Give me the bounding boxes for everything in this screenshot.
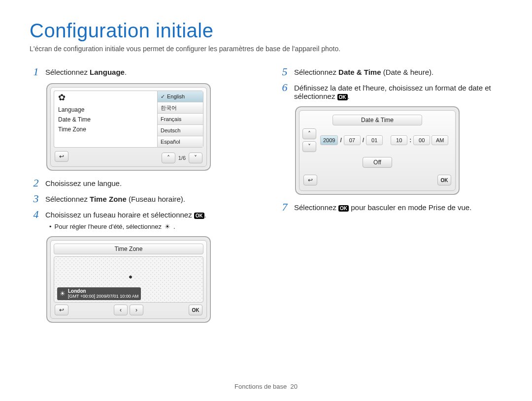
- step-4: 4 Choisissez un fuseau horaire et sélect…: [30, 209, 254, 220]
- ampm-field[interactable]: AM: [432, 135, 448, 145]
- menu-item-language[interactable]: Language: [58, 105, 153, 115]
- ok-icon: OK: [194, 213, 204, 219]
- step-3-bold: Time Zone: [90, 195, 127, 203]
- page-up-button[interactable]: ˄: [162, 153, 175, 163]
- step-6: 6 Définissez la date et l'heure, choisis…: [278, 82, 502, 100]
- step-6-suffix: .: [348, 92, 350, 100]
- step-3-prefix: Sélectionnez: [45, 195, 90, 203]
- page-footer: Fonctions de base 20: [0, 383, 532, 390]
- step-4-prefix: Choisissez un fuseau horaire et sélectio…: [45, 211, 194, 219]
- step-7-prefix: Sélectionnez: [294, 203, 338, 212]
- date-sep: /: [362, 137, 365, 144]
- footer-page-number: 20: [291, 383, 298, 390]
- back-button[interactable]: ↩: [303, 175, 317, 185]
- ok-button[interactable]: OK: [189, 305, 202, 315]
- tz-city: London: [68, 288, 138, 294]
- step-5-bold: Date & Time: [338, 68, 381, 76]
- map-marker: [128, 275, 133, 279]
- panel-date-time: Date & Time ˄ ˅ 2009 / 07 / 01: [295, 106, 460, 195]
- ok-icon: OK: [338, 205, 349, 212]
- hour-field[interactable]: 10: [391, 135, 407, 145]
- intro-text: L'écran de configuration initiale vous p…: [30, 45, 502, 53]
- tz-gmt: [GMT +00:00] 2009/07/01 10:00 AM: [68, 294, 138, 299]
- dst-icon[interactable]: [60, 290, 66, 297]
- lang-option-francais[interactable]: Français: [158, 114, 203, 125]
- value-up-button[interactable]: ˄: [302, 128, 316, 139]
- step-7-suffix: pour basculer en mode Prise de vue.: [349, 203, 471, 212]
- lang-option-espanol[interactable]: Español: [158, 136, 203, 147]
- lang-option-english[interactable]: ✓ English: [158, 91, 203, 102]
- step-5-prefix: Sélectionnez: [294, 68, 338, 76]
- month-field[interactable]: 07: [344, 135, 361, 145]
- step-3: 3 Sélectionnez Time Zone (Fuseau horaire…: [30, 193, 254, 204]
- step-1-prefix: Sélectionnez: [45, 68, 90, 76]
- right-button[interactable]: ›: [130, 305, 143, 315]
- step-number: 4: [30, 209, 42, 220]
- sun-icon: [165, 223, 170, 230]
- year-field[interactable]: 2009: [320, 135, 338, 145]
- page-down-button[interactable]: ˅: [189, 153, 202, 163]
- step-4-bullet: • Pour régler l'heure d'été, sélectionne…: [49, 223, 254, 230]
- time-sep: :: [409, 137, 412, 144]
- minute-field[interactable]: 00: [413, 135, 430, 145]
- left-button[interactable]: ‹: [114, 305, 128, 315]
- footer-section: Fonctions de base: [234, 383, 287, 390]
- lang-option-deutsch[interactable]: Deutsch: [158, 125, 203, 136]
- check-icon: ✓: [161, 93, 165, 100]
- ok-button[interactable]: OK: [437, 175, 451, 185]
- time-zone-info: London [GMT +00:00] 2009/07/01 10:00 AM: [57, 287, 141, 300]
- gear-icon: ✿: [58, 93, 153, 102]
- day-field[interactable]: 01: [366, 135, 383, 145]
- step-1: 1 Sélectionnez Language.: [30, 66, 254, 77]
- value-down-button[interactable]: ˅: [302, 141, 316, 152]
- time-zone-map[interactable]: London [GMT +00:00] 2009/07/01 10:00 AM: [54, 256, 203, 303]
- step-5: 5 Sélectionnez Date & Time (Date & heure…: [278, 66, 502, 77]
- time-zone-title: Time Zone: [54, 244, 203, 254]
- step-number: 6: [278, 82, 291, 93]
- date-format-off-button[interactable]: Off: [363, 157, 392, 168]
- step-3-suffix: (Fuseau horaire).: [127, 195, 185, 203]
- back-button[interactable]: ↩: [55, 151, 68, 162]
- step-4-suffix: .: [204, 211, 206, 219]
- step-number: 2: [30, 178, 42, 188]
- panel-language: ✿ Language Date & Time Time Zone ✓ Engli…: [46, 83, 211, 171]
- step-number: 1: [30, 66, 42, 77]
- panel-time-zone: Time Zone London [GMT +00:00] 2009/07/01…: [46, 236, 211, 323]
- step-2-text: Choisissez une langue.: [45, 178, 254, 187]
- step-7: 7 Sélectionnez OK pour basculer en mode …: [278, 202, 502, 213]
- pager-text: 1/6: [177, 155, 187, 161]
- step-2: 2 Choisissez une langue.: [30, 178, 254, 188]
- date-sep: /: [339, 137, 342, 144]
- lang-option-korean[interactable]: 한국어: [158, 102, 203, 114]
- menu-item-date-time[interactable]: Date & Time: [58, 115, 153, 124]
- step-1-bold: Language: [90, 68, 125, 76]
- step-number: 7: [278, 202, 291, 213]
- step-number: 3: [30, 193, 42, 204]
- ok-icon: OK: [337, 94, 348, 100]
- step-6-prefix: Définissez la date et l'heure, choisisse…: [294, 84, 491, 100]
- date-time-title: Date & Time: [332, 115, 422, 125]
- step-number: 5: [278, 66, 291, 77]
- step-1-suffix: .: [125, 68, 127, 76]
- menu-item-time-zone[interactable]: Time Zone: [58, 124, 153, 134]
- step-5-suffix: (Date & heure).: [381, 68, 433, 76]
- back-button[interactable]: ↩: [55, 305, 68, 315]
- page-title: Configuration initiale: [30, 20, 502, 42]
